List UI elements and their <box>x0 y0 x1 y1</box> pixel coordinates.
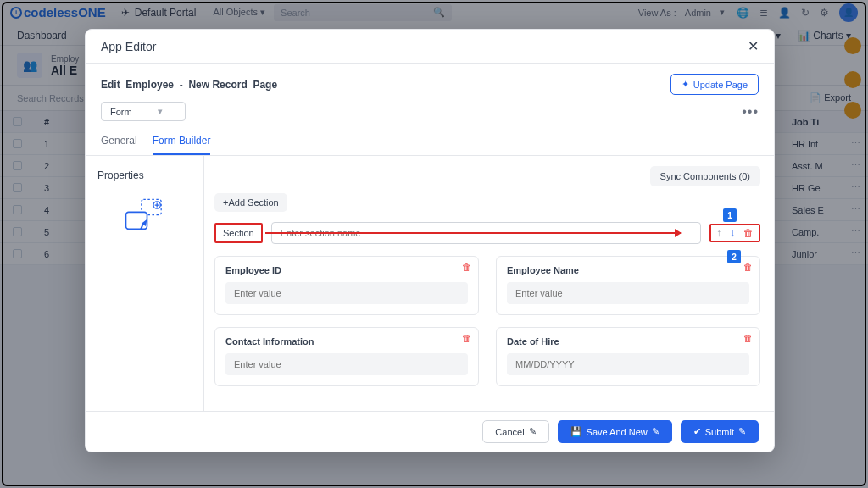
more-menu[interactable]: ••• <box>742 104 759 119</box>
section-label: Section <box>214 223 263 243</box>
section-header: Section 1 ↑ ↓ 🗑 <box>214 222 760 244</box>
add-section-button[interactable]: +Add Section <box>214 193 287 212</box>
svg-rect-4 <box>125 212 147 229</box>
chevron-down-icon: ▾ <box>158 106 163 117</box>
breadcrumb: Edit Employee - New Record Page <box>101 79 277 91</box>
delete-field-icon[interactable]: 🗑 <box>743 262 753 272</box>
move-up-icon[interactable]: ↑ <box>716 227 721 239</box>
field-card[interactable]: 2🗑Employee Name <box>496 256 760 315</box>
field-value-input[interactable] <box>225 353 468 375</box>
delete-field-icon[interactable]: 🗑 <box>743 333 753 343</box>
form-builder-area: Sync Components (0) +Add Section Section… <box>204 156 774 411</box>
callout-badge-2: 2 <box>727 250 741 263</box>
close-icon[interactable]: ✕ <box>748 38 759 54</box>
annotation-arrow <box>265 232 681 234</box>
field-card[interactable]: 🗑Contact Information <box>214 327 479 386</box>
pencil-icon: ✎ <box>738 426 746 437</box>
pencil-icon: ✎ <box>529 426 537 437</box>
properties-title: Properties <box>97 169 192 181</box>
sync-components-button[interactable]: Sync Components (0) <box>650 166 760 186</box>
field-label: Employee Name <box>507 265 749 275</box>
callout-badge-1: 1 <box>723 208 737 222</box>
delete-icon[interactable]: 🗑 <box>743 227 754 239</box>
properties-panel: Properties <box>86 156 204 411</box>
tab-general[interactable]: General <box>101 130 137 155</box>
modal-footer: Cancel ✎ 💾 Save And New ✎ ✔ Submit ✎ <box>86 411 774 452</box>
save-and-new-button[interactable]: 💾 Save And New ✎ <box>558 420 672 443</box>
delete-field-icon[interactable]: 🗑 <box>462 262 471 272</box>
update-page-button[interactable]: ✦ Update Page <box>670 74 759 95</box>
delete-field-icon[interactable]: 🗑 <box>462 333 471 343</box>
field-value-input[interactable] <box>507 282 749 304</box>
section-actions: 1 ↑ ↓ 🗑 <box>709 224 760 242</box>
move-down-icon[interactable]: ↓ <box>730 227 735 239</box>
field-label: Date of Hire <box>507 336 749 347</box>
drag-drop-icon <box>120 197 170 239</box>
field-value-input[interactable] <box>507 353 749 375</box>
field-value-input[interactable] <box>225 282 468 304</box>
cancel-button[interactable]: Cancel ✎ <box>482 420 548 443</box>
editor-tabs: General Form Builder <box>86 130 774 156</box>
field-card[interactable]: 🗑Date of Hire <box>496 327 760 386</box>
submit-button[interactable]: ✔ Submit ✎ <box>681 420 759 443</box>
modal-title: App Editor <box>101 40 156 53</box>
app-editor-modal: App Editor ✕ Edit Employee - New Record … <box>85 29 775 452</box>
field-label: Employee ID <box>225 265 468 275</box>
field-label: Contact Information <box>225 336 468 347</box>
field-card[interactable]: 🗑Employee ID <box>214 256 479 315</box>
tab-form-builder[interactable]: Form Builder <box>153 130 211 155</box>
check-icon: ✔ <box>693 426 701 437</box>
pencil-icon: ✎ <box>652 426 659 437</box>
save-icon: 💾 <box>570 426 582 437</box>
view-type-select[interactable]: Form ▾ <box>101 102 186 121</box>
wand-icon: ✦ <box>682 79 689 90</box>
